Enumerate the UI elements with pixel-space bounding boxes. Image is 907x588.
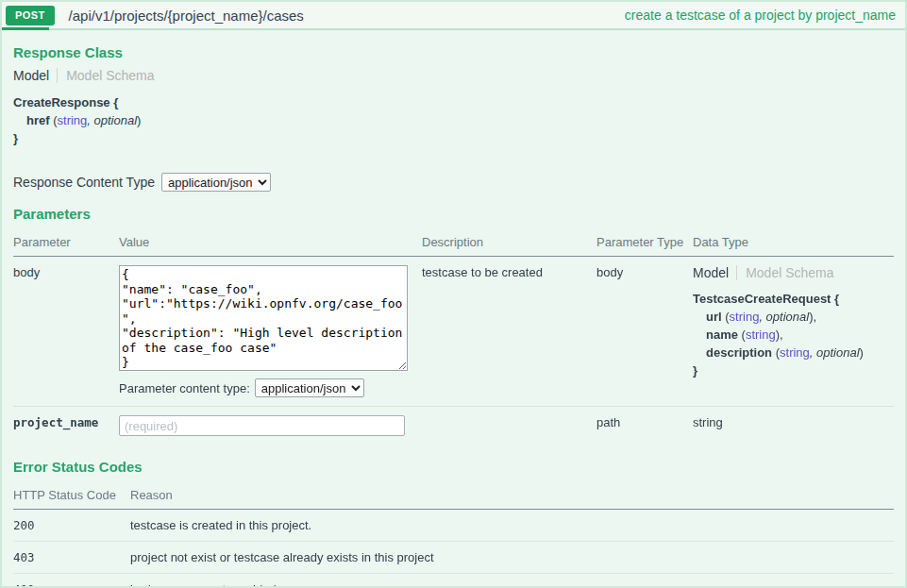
parameter-row-body: body { "name": "case_foo", "url":"https:… (13, 257, 894, 407)
error-row-200: 200 testcase is created in this project. (13, 510, 894, 542)
tab-model-schema[interactable]: Model Schema (57, 68, 154, 83)
tab-request-model-schema[interactable]: Model Schema (736, 265, 833, 280)
response-content-type-row: Response Content Type application/json (13, 173, 894, 192)
body-param-type: body (596, 257, 693, 407)
parameter-row-project-name: project_name path string (13, 407, 894, 445)
col-data-type: Data Type (693, 229, 894, 257)
parameter-content-type-select[interactable]: application/json (255, 378, 364, 397)
project-name-value-cell (119, 407, 422, 445)
model-property-description: description (string, optional) (693, 344, 888, 361)
col-value: Value (119, 229, 422, 257)
error-codes-table: HTTP Status Code Reason 200 testcase is … (13, 482, 894, 588)
parameters-header-row: Parameter Value Description Parameter Ty… (13, 229, 894, 257)
parameter-content-type-label: Parameter content type: (119, 381, 250, 395)
request-model-close-brace: } (693, 361, 888, 379)
project-name-param-name: project_name (13, 407, 119, 445)
status-reason: testcase is created in this project. (130, 510, 894, 542)
response-content-type-select[interactable]: application/json (161, 173, 271, 192)
parameter-content-type-row: Parameter content type: application/json (119, 378, 416, 397)
operation-path-link[interactable]: /api/v1/projects/{project_name}/cases (69, 8, 304, 24)
tab-request-model[interactable]: Model (693, 265, 736, 280)
model-property-url: url (string, optional), (693, 308, 888, 326)
status-reason: project not exist or testcase already ex… (130, 542, 894, 574)
col-description: Description (422, 229, 596, 257)
request-signature-tabs: ModelModel Schema (693, 265, 888, 280)
error-row-403: 403 project not exist or testcase alread… (13, 542, 894, 574)
status-code: 403 (13, 542, 130, 574)
project-name-input[interactable] (119, 415, 405, 436)
col-http-status-code: HTTP Status Code (13, 482, 130, 510)
body-param-description: testcase to be created (422, 257, 596, 407)
body-param-value-cell: { "name": "case_foo", "url":"https://wik… (119, 257, 422, 407)
model-property-name: name (string), (693, 326, 888, 344)
model-close-brace: } (13, 129, 894, 147)
response-class-title: Response Class (13, 44, 894, 60)
error-row-400: 400 body or name not provided (13, 574, 894, 588)
response-content-type-label: Response Content Type (13, 175, 155, 190)
body-param-data-type-cell: ModelModel Schema TestcaseCreateRequest … (693, 257, 894, 407)
operation-content: Response Class ModelModel Schema CreateR… (2, 30, 905, 588)
col-parameter: Parameter (13, 229, 119, 257)
error-status-codes-title: Error Status Codes (13, 459, 894, 475)
col-parameter-type: Parameter Type (596, 229, 693, 257)
parameters-table: Parameter Value Description Parameter Ty… (13, 229, 894, 445)
http-method-badge: POST (6, 6, 55, 25)
status-code: 200 (13, 510, 130, 542)
swagger-post-operation-panel: POST /api/v1/projects/{project_name}/cas… (0, 0, 907, 588)
response-model-signature: CreateResponse { href (string, optional)… (13, 93, 894, 147)
status-reason: body or name not provided (130, 574, 894, 588)
col-reason: Reason (130, 482, 894, 510)
request-model-open-brace: TestcaseCreateRequest { (693, 290, 888, 308)
request-model-signature: TestcaseCreateRequest { url (string, opt… (693, 290, 888, 379)
project-name-param-type: path (596, 407, 693, 445)
project-name-description (422, 407, 596, 445)
body-param-name: body (13, 257, 119, 407)
parameters-title: Parameters (13, 206, 894, 222)
tab-model[interactable]: Model (13, 68, 57, 83)
operation-header[interactable]: POST /api/v1/projects/{project_name}/cas… (2, 2, 905, 30)
project-name-data-type: string (693, 407, 894, 445)
operation-summary: create a testcase of a project by projec… (625, 8, 896, 23)
body-parameter-textarea[interactable]: { "name": "case_foo", "url":"https://wik… (119, 265, 408, 371)
model-open-brace: CreateResponse { (13, 93, 894, 111)
error-codes-header-row: HTTP Status Code Reason (13, 482, 894, 510)
status-code: 400 (13, 574, 130, 588)
response-signature-tabs: ModelModel Schema (13, 68, 894, 83)
model-property-href: href (string, optional) (13, 111, 894, 129)
method-accent-underline (2, 27, 49, 30)
